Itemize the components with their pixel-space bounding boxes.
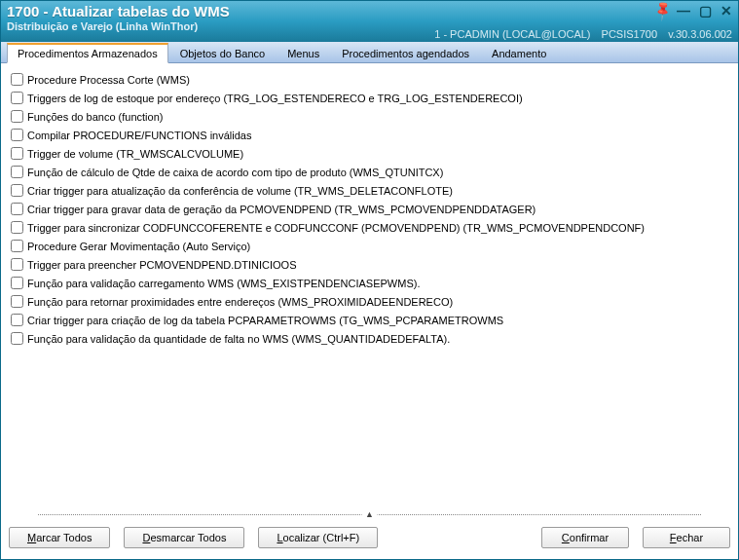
window-status: 1 - PCADMIN (LOCAL@LOCAL) PCSIS1700 v.30… — [426, 28, 732, 40]
checkbox-item-0[interactable] — [11, 73, 23, 86]
check-row: Procedure Processa Corte (WMS) — [11, 71, 728, 88]
checkbox-item-13[interactable] — [11, 314, 23, 326]
checkbox-label[interactable]: Criar trigger para atualização da confer… — [27, 185, 453, 197]
checkbox-label[interactable]: Compilar PROCEDURE/FUNCTIONS inválidas — [27, 130, 251, 141]
check-row: Função para validação da quantidade de f… — [11, 330, 728, 347]
maximize-icon[interactable]: ▢ — [697, 3, 713, 17]
checkbox-item-10[interactable] — [11, 258, 23, 271]
checkbox-item-12[interactable] — [11, 295, 23, 308]
unmark-all-button[interactable]: Desmarcar Todos — [124, 527, 244, 548]
check-row: Procedure Gerar Movimentação (Auto Servi… — [11, 238, 728, 254]
checkbox-label[interactable]: Criar trigger para gravar data de geraçã… — [27, 204, 536, 215]
checkbox-label[interactable]: Criar trigger para criação de log da tab… — [27, 315, 503, 326]
user-info: 1 - PCADMIN (LOCAL@LOCAL) — [434, 28, 590, 40]
confirm-button[interactable]: Confirmar — [541, 527, 629, 548]
tab-1[interactable]: Objetos do Banco — [169, 44, 276, 62]
checkbox-label[interactable]: Trigger para sincronizar CODFUNCCOFERENT… — [27, 222, 645, 234]
checkbox-label[interactable]: Procedure Gerar Movimentação (Auto Servi… — [27, 241, 250, 252]
checkbox-label[interactable]: Trigger para preencher PCMOVENDPEND.DTIN… — [27, 259, 297, 271]
tabbar: Procedimentos ArmazenadosObjetos do Banc… — [1, 42, 738, 63]
minimize-icon[interactable]: — — [676, 3, 691, 17]
checkbox-label[interactable]: Função para validação carregamento WMS (… — [27, 278, 420, 289]
checkbox-label[interactable]: Funções do banco (function) — [27, 111, 163, 123]
content-area: Procedure Processa Corte (WMS)Triggers d… — [1, 63, 738, 509]
check-row: Criar trigger para atualização da confer… — [11, 182, 728, 199]
checkbox-item-4[interactable] — [11, 147, 23, 160]
checkbox-item-2[interactable] — [11, 110, 23, 123]
close-icon[interactable]: ✕ — [719, 3, 734, 17]
footer-toolbar: Marcar Todos Desmarcar Todos Localizar (… — [1, 523, 738, 556]
checkbox-item-3[interactable] — [11, 129, 23, 141]
checkbox-label[interactable]: Triggers de log de estoque por endereço … — [27, 93, 523, 104]
check-row: Funções do banco (function) — [11, 108, 728, 125]
checkbox-item-1[interactable] — [11, 92, 23, 104]
resize-separator[interactable]: ▲ — [9, 509, 730, 519]
check-row: Compilar PROCEDURE/FUNCTIONS inválidas — [11, 127, 728, 143]
tab-0[interactable]: Procedimentos Armazenados — [7, 43, 168, 63]
checkbox-label[interactable]: Função para validação da quantidade de f… — [27, 333, 450, 345]
mark-all-button[interactable]: Marcar Todos — [9, 527, 110, 548]
chevron-up-icon: ▲ — [361, 509, 378, 519]
find-button[interactable]: Localizar (Ctrl+F) — [258, 527, 378, 548]
checkbox-item-14[interactable] — [11, 332, 23, 345]
window-title: 1700 - Atualizar tabelas do WMS — [7, 3, 732, 19]
tab-2[interactable]: Menus — [277, 44, 330, 62]
check-row: Trigger para sincronizar CODFUNCCOFERENT… — [11, 219, 728, 236]
checkbox-item-6[interactable] — [11, 184, 23, 197]
checkbox-item-8[interactable] — [11, 221, 23, 234]
check-row: Função para validação carregamento WMS (… — [11, 275, 728, 291]
close-button[interactable]: Fechar — [643, 527, 730, 548]
checkbox-label[interactable]: Trigger de volume (TR_WMSCALCVOLUME) — [27, 148, 243, 160]
check-row: Triggers de log de estoque por endereço … — [11, 90, 728, 106]
checkbox-label[interactable]: Procedure Processa Corte (WMS) — [27, 74, 190, 86]
tab-3[interactable]: Procedimentos agendados — [331, 44, 480, 62]
checkbox-item-11[interactable] — [11, 277, 23, 289]
checkbox-label[interactable]: Função para retornar proximidades entre … — [27, 296, 453, 308]
check-row: Trigger de volume (TR_WMSCALCVOLUME) — [11, 145, 728, 162]
checkbox-label[interactable]: Função de cálculo de Qtde de caixa de ac… — [27, 167, 443, 178]
check-row: Trigger para preencher PCMOVENDPEND.DTIN… — [11, 256, 728, 273]
checkbox-item-5[interactable] — [11, 166, 23, 178]
check-row: Criar trigger para criação de log da tab… — [11, 312, 728, 328]
module-name: PCSIS1700 — [602, 28, 657, 40]
check-row: Função para retornar proximidades entre … — [11, 293, 728, 310]
checkbox-item-7[interactable] — [11, 203, 23, 215]
pin-icon[interactable]: 📌 — [654, 3, 670, 17]
titlebar: 1700 - Atualizar tabelas do WMS Distribu… — [1, 1, 738, 42]
version: v.30.3.06.002 — [668, 28, 732, 40]
checkbox-item-9[interactable] — [11, 240, 23, 252]
tab-4[interactable]: Andamento — [481, 44, 557, 62]
check-row: Função de cálculo de Qtde de caixa de ac… — [11, 164, 728, 180]
check-row: Criar trigger para gravar data de geraçã… — [11, 201, 728, 217]
window-controls: 📌 — ▢ ✕ — [654, 3, 734, 17]
